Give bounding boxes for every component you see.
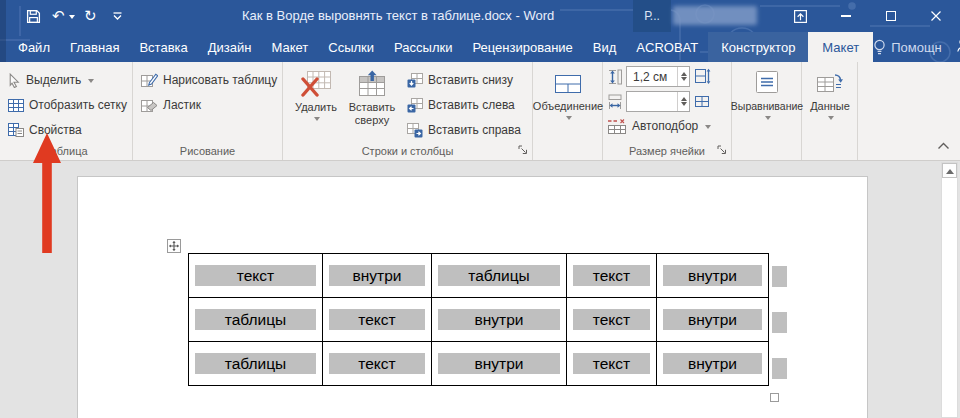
table-cell[interactable]: внутри — [323, 254, 432, 298]
contextual-tab-group-header: Р... — [633, 0, 671, 32]
cell-text: текст — [329, 309, 425, 330]
table-cell[interactable]: внутри — [432, 298, 567, 342]
word-table[interactable]: текст внутри таблицы текст внутри таблиц… — [188, 253, 769, 386]
table-cell[interactable]: текст — [189, 254, 323, 298]
draw-table-button[interactable]: Нарисовать таблицу — [141, 69, 282, 91]
table-row: текст внутри таблицы текст внутри — [189, 254, 769, 298]
tab-mailings[interactable]: Рассылки — [384, 32, 462, 62]
insert-below-icon — [407, 73, 423, 88]
minimize-button[interactable] — [832, 6, 860, 26]
tab-review[interactable]: Рецензирование — [462, 32, 582, 62]
height-spin-down-icon[interactable] — [681, 77, 687, 84]
column-width-input[interactable] — [626, 91, 690, 112]
cell-text: текст — [195, 265, 316, 286]
height-spin-up-icon[interactable] — [681, 69, 687, 76]
customize-toolbar-icon — [112, 12, 123, 21]
undo-dropdown-caret-icon[interactable] — [69, 15, 75, 22]
tab-table-layout[interactable]: Макет — [808, 32, 873, 62]
view-gridlines-button[interactable]: Отобразить сетку — [8, 94, 132, 116]
table-cell[interactable]: внутри — [657, 298, 769, 342]
table-cell[interactable]: текст — [323, 342, 432, 386]
merge-dropdown-caret-icon — [566, 116, 572, 123]
alignment-button[interactable]: Выравнивание — [732, 62, 802, 123]
table-row: таблицы текст внутри текст внутри — [189, 342, 769, 386]
row-height-input[interactable]: 1,2 см — [626, 66, 690, 87]
table-properties-button[interactable]: Свойства — [8, 119, 132, 141]
width-spin-up-icon[interactable] — [681, 94, 687, 101]
cell-text: текст — [573, 353, 650, 374]
tell-me-assistant[interactable]: Помощн — [873, 39, 942, 56]
table-cell[interactable]: внутри — [657, 342, 769, 386]
tab-home[interactable]: Главная — [60, 32, 129, 62]
insert-below-button[interactable]: Вставить снизу — [407, 69, 521, 91]
tab-design[interactable]: Дизайн — [198, 32, 262, 62]
cell-text: таблицы — [438, 265, 560, 286]
insert-below-label: Вставить снизу — [428, 73, 513, 87]
cell-text: таблицы — [195, 309, 316, 330]
tab-insert[interactable]: Вставка — [129, 32, 197, 62]
cell-text: внутри — [329, 265, 425, 286]
rows-columns-dialog-launcher[interactable] — [517, 144, 529, 156]
cell-text: текст — [573, 265, 650, 286]
group-rows-columns: Удалить Вставить сверху — [283, 62, 533, 160]
collapse-ribbon-button[interactable] — [937, 136, 950, 154]
insert-above-button[interactable]: Вставить сверху — [343, 62, 401, 141]
close-button[interactable] — [922, 6, 950, 26]
autofit-button[interactable]: Автоподбор — [607, 115, 731, 137]
tab-references[interactable]: Ссылки — [318, 32, 384, 62]
insert-right-icon — [407, 123, 423, 138]
redo-button[interactable]: ↻ — [84, 5, 97, 27]
table-cell[interactable]: текст — [567, 342, 657, 386]
tab-acrobat[interactable]: ACROBAT — [626, 32, 708, 62]
save-button[interactable] — [26, 5, 41, 27]
group-table: Выделить Отобразить сетку Свойства — [0, 62, 133, 160]
select-table-label: Выделить — [26, 73, 81, 87]
table-cell[interactable]: внутри — [657, 254, 769, 298]
table-cell[interactable]: таблицы — [189, 298, 323, 342]
ribbon-display-options-button[interactable] — [786, 6, 814, 26]
insert-right-button[interactable]: Вставить справа — [407, 119, 521, 141]
select-table-button[interactable]: Выделить — [8, 69, 132, 91]
autofit-label: Автоподбор — [632, 119, 698, 133]
draw-table-label: Нарисовать таблицу — [163, 73, 277, 87]
table-cell[interactable]: таблицы — [189, 342, 323, 386]
customize-quick-access-button[interactable] — [112, 5, 123, 27]
vertical-scrollbar[interactable] — [941, 162, 958, 418]
maximize-button[interactable] — [877, 6, 905, 26]
eraser-button[interactable]: Ластик — [141, 94, 282, 116]
cell-text: внутри — [663, 309, 762, 330]
move-cross-icon — [169, 241, 179, 251]
minimize-icon — [841, 15, 851, 17]
cell-size-dialog-launcher[interactable] — [716, 144, 728, 156]
width-spin-down-icon[interactable] — [681, 102, 687, 109]
table-resize-handle[interactable] — [770, 393, 779, 402]
annotation-arrow-properties — [28, 131, 66, 255]
insert-left-button[interactable]: Вставить слева — [407, 94, 521, 116]
table-cell[interactable]: таблицы — [432, 254, 567, 298]
undo-button[interactable]: ↶ — [52, 5, 75, 27]
scroll-up-button[interactable] — [942, 163, 957, 178]
delete-button[interactable]: Удалить — [289, 62, 343, 141]
tab-view[interactable]: Вид — [583, 32, 627, 62]
insert-above-label: Вставить сверху — [343, 101, 401, 127]
merge-label: Объединение — [533, 100, 603, 113]
table-cell[interactable]: текст — [567, 298, 657, 342]
data-dropdown-caret-icon — [828, 116, 834, 123]
data-button[interactable]: Данные — [802, 62, 858, 123]
scroll-up-arrow-icon — [946, 165, 954, 174]
table-cell[interactable]: внутри — [432, 342, 567, 386]
merge-button[interactable]: Объединение — [533, 62, 603, 123]
autofit-dropdown-caret-icon — [705, 125, 711, 132]
tab-layout[interactable]: Макет — [261, 32, 318, 62]
column-width-icon — [608, 94, 622, 110]
share-button[interactable] — [956, 37, 960, 57]
table-cell[interactable]: текст — [567, 254, 657, 298]
tab-table-design[interactable]: Конструктор — [711, 32, 805, 62]
end-of-row-selection-mark — [772, 312, 787, 333]
header-right-cluster: Помощн — [873, 32, 960, 62]
table-cell[interactable]: текст — [323, 298, 432, 342]
table-move-handle[interactable] — [167, 239, 181, 253]
titlebar: ↶ ↻ Как в Ворде выровнять текст в таблиц… — [0, 0, 960, 32]
cell-text: внутри — [663, 353, 762, 374]
tab-file[interactable]: Файл — [8, 32, 60, 62]
